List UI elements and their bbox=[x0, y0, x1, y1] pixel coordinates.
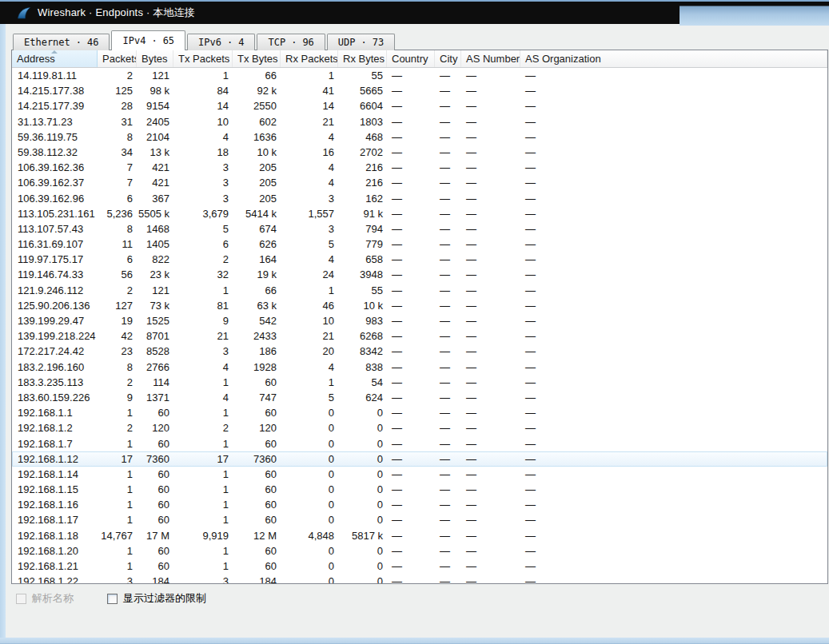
cell-country: — bbox=[387, 512, 435, 527]
checkbox-unchecked-icon[interactable] bbox=[107, 594, 118, 604]
cell-tx-packets: 6 bbox=[173, 237, 233, 252]
table-row[interactable]: 183.60.159.2269137147475624———— bbox=[12, 390, 827, 405]
cell-rx-packets: 4 bbox=[281, 360, 338, 375]
table-row[interactable]: 14.119.81.112121166155———— bbox=[12, 68, 827, 83]
table-row[interactable]: 192.168.1.22120212000———— bbox=[12, 420, 827, 435]
endpoints-table: AddressPacketsBytesTx PacketsTx BytesRx … bbox=[11, 50, 828, 584]
cell-city: — bbox=[435, 528, 461, 543]
cell-country: — bbox=[387, 83, 435, 98]
table-row[interactable]: 113.107.57.438146856743794———— bbox=[12, 221, 827, 237]
cell-as-organization: — bbox=[520, 375, 827, 390]
table-row[interactable]: 116.31.69.10711140566265779———— bbox=[12, 237, 827, 252]
cell-address: 113.107.57.43 bbox=[12, 221, 98, 237]
cell-city: — bbox=[435, 543, 461, 559]
cell-tx-bytes: 2433 bbox=[233, 328, 281, 344]
cell-rx-bytes: 0 bbox=[338, 574, 387, 583]
cell-packets: 3 bbox=[98, 574, 137, 583]
table-row[interactable]: 192.168.1.1716016000———— bbox=[12, 512, 827, 527]
column-header-city[interactable]: City bbox=[435, 50, 461, 67]
tab-ethernet[interactable]: Ethernet·46 bbox=[13, 34, 110, 50]
cell-city: — bbox=[435, 221, 461, 237]
tab-ipv4[interactable]: IPv4·65 bbox=[111, 30, 185, 50]
table-row[interactable]: 183.3.235.1132114160154———— bbox=[12, 375, 827, 390]
limit-to-display-filter-checkbox[interactable]: 显示过滤器的限制 bbox=[107, 591, 206, 606]
table-row[interactable]: 172.217.24.422385283186208342———— bbox=[12, 344, 827, 359]
table-row[interactable]: 192.168.1.2016016000———— bbox=[12, 543, 827, 559]
cell-city: — bbox=[435, 129, 461, 145]
table-row[interactable]: 192.168.1.1516016000———— bbox=[12, 482, 827, 497]
table-row[interactable]: 183.2.196.16082766419284838———— bbox=[12, 360, 827, 375]
titlebar[interactable]: Wireshark · Endpoints · 本地连接 bbox=[0, 0, 829, 24]
table-row[interactable]: 113.105.231.1615,2365505 k3,6795414 k1,5… bbox=[12, 206, 827, 221]
cell-bytes: 822 bbox=[137, 252, 173, 267]
cell-address: 192.168.1.17 bbox=[12, 512, 98, 527]
table-row[interactable]: 106.39.162.96636732053162———— bbox=[12, 191, 827, 206]
tab-tcp[interactable]: TCP·96 bbox=[257, 34, 325, 50]
column-header-rx-packets[interactable]: Rx Packets bbox=[281, 50, 338, 67]
cell-packets: 42 bbox=[98, 328, 137, 344]
table-row[interactable]: 192.168.1.1416016000———— bbox=[12, 467, 827, 482]
table-row[interactable]: 31.13.71.2331240510602211803———— bbox=[12, 114, 827, 129]
cell-as-organization: — bbox=[520, 543, 827, 559]
table-body[interactable]: 14.119.81.112121166155————14.215.177.381… bbox=[12, 68, 827, 583]
cell-country: — bbox=[387, 221, 435, 237]
cell-tx-bytes: 205 bbox=[233, 175, 281, 190]
cell-tx-packets: 1 bbox=[173, 436, 233, 451]
cell-rx-bytes: 658 bbox=[338, 252, 387, 267]
column-header-country[interactable]: Country bbox=[387, 50, 435, 67]
tab-udp[interactable]: UDP·73 bbox=[327, 34, 395, 50]
table-row[interactable]: 192.168.1.1616016000———— bbox=[12, 497, 827, 512]
table-row[interactable]: 14.215.177.3812598 k8492 k415665———— bbox=[12, 83, 827, 98]
cell-rx-packets: 20 bbox=[281, 344, 338, 359]
cell-as-organization: — bbox=[520, 206, 827, 221]
cell-city: — bbox=[435, 298, 461, 313]
table-row[interactable]: 59.38.112.323413 k1810 k162702———— bbox=[12, 145, 827, 160]
table-row[interactable]: 106.39.162.37742132054216———— bbox=[12, 175, 827, 190]
table-row[interactable]: 125.90.206.13612773 k8163 k4610 k———— bbox=[12, 298, 827, 313]
column-header-label: City bbox=[440, 53, 457, 65]
cell-rx-bytes: 5817 k bbox=[338, 528, 387, 543]
column-header-address[interactable]: Address bbox=[12, 50, 98, 67]
column-header-bytes[interactable]: Bytes bbox=[137, 50, 173, 67]
cell-country: — bbox=[387, 298, 435, 313]
table-row[interactable]: 59.36.119.7582104416364468———— bbox=[12, 129, 827, 145]
cell-as-organization: — bbox=[520, 512, 827, 527]
cell-as-number: — bbox=[461, 344, 520, 359]
table-row[interactable]: 139.199.29.47191525954210983———— bbox=[12, 313, 827, 328]
cell-rx-packets: 0 bbox=[281, 512, 338, 527]
cell-tx-packets: 21 bbox=[173, 328, 233, 344]
cell-as-number: — bbox=[461, 543, 520, 559]
table-row[interactable]: 192.168.1.1217736017736000———— bbox=[12, 451, 827, 467]
cell-country: — bbox=[387, 191, 435, 206]
cell-tx-bytes: 60 bbox=[233, 559, 281, 574]
table-row[interactable]: 192.168.1.2116016000———— bbox=[12, 559, 827, 574]
column-header-label: AS Organization bbox=[525, 53, 601, 65]
column-header-tx-packets[interactable]: Tx Packets bbox=[173, 50, 233, 67]
table-row[interactable]: 106.39.162.36742132054216———— bbox=[12, 160, 827, 175]
table-row[interactable]: 119.146.74.335623 k3219 k243948———— bbox=[12, 267, 827, 282]
column-header-rx-bytes[interactable]: Rx Bytes bbox=[338, 50, 387, 67]
cell-as-number: — bbox=[461, 328, 520, 344]
cell-tx-packets: 1 bbox=[173, 559, 233, 574]
column-header-packets[interactable]: Packets bbox=[98, 50, 137, 67]
table-row[interactable]: 119.97.175.17682221644658———— bbox=[12, 252, 827, 267]
cell-packets: 2 bbox=[98, 375, 137, 390]
cell-packets: 1 bbox=[98, 512, 137, 527]
table-row[interactable]: 192.168.1.223184318400———— bbox=[12, 574, 827, 583]
column-header-as-organization[interactable]: AS Organization bbox=[520, 50, 827, 67]
table-row[interactable]: 192.168.1.716016000———— bbox=[12, 436, 827, 451]
cell-bytes: 1525 bbox=[137, 313, 173, 328]
table-row[interactable]: 121.9.246.1122121166155———— bbox=[12, 283, 827, 298]
table-row[interactable]: 139.199.218.224428701212433216268———— bbox=[12, 328, 827, 344]
cell-packets: 6 bbox=[98, 191, 137, 206]
tab-ipv6[interactable]: IPv6·4 bbox=[187, 34, 255, 50]
table-row[interactable]: 192.168.1.1814,76717 M9,91912 M4,8485817… bbox=[12, 528, 827, 543]
cell-bytes: 9154 bbox=[137, 98, 173, 113]
column-header-as-number[interactable]: AS Number bbox=[461, 50, 520, 67]
column-header-tx-bytes[interactable]: Tx Bytes bbox=[233, 50, 281, 67]
cell-city: — bbox=[435, 206, 461, 221]
cell-rx-packets: 21 bbox=[281, 328, 338, 344]
table-row[interactable]: 192.168.1.116016000———— bbox=[12, 405, 827, 420]
table-row[interactable]: 14.215.177.39289154142550146604———— bbox=[12, 98, 827, 113]
cell-city: — bbox=[435, 83, 461, 98]
